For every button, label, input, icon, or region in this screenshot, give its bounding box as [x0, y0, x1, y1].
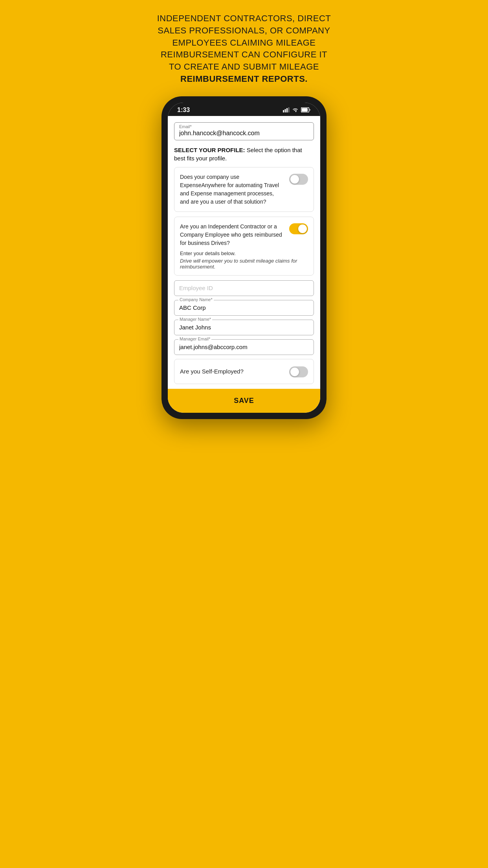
toggle-expense-anywhere-knob [290, 175, 299, 184]
svg-rect-5 [302, 108, 308, 112]
company-name-field: Company Name* [174, 300, 314, 316]
wifi-icon [292, 107, 299, 112]
manager-email-label: Manager Email* [178, 337, 211, 341]
self-employed-text: Are you Self-Employed? [180, 368, 244, 375]
toggle-contractor-italic: Drive will empower you to submit mileage… [180, 258, 308, 270]
status-icons [283, 107, 311, 112]
toggle-contractor-sub-text: Enter your details below. [180, 250, 236, 256]
employee-id-field [174, 280, 314, 296]
save-bar: SAVE [168, 389, 320, 413]
toggle-contractor-knob [298, 224, 307, 233]
manager-name-field: Manager Name* [174, 320, 314, 335]
toggle-contractor-switch[interactable] [289, 223, 308, 234]
profile-heading-bold: SELECT YOUR PROFILE: [174, 147, 245, 153]
company-name-label: Company Name* [178, 297, 214, 302]
profile-heading: SELECT YOUR PROFILE: Select the option t… [174, 146, 314, 162]
svg-rect-3 [288, 107, 290, 112]
toggle-contractor-text: Are you an Independent Contractor or a C… [180, 223, 284, 247]
manager-email-field: Manager Email* [174, 339, 314, 355]
self-employed-knob [290, 368, 299, 376]
phone-inner: 1:33 [168, 103, 320, 413]
toggle-card-independent-contractor: Are you an Independent Contractor or a C… [174, 217, 314, 276]
save-button[interactable]: SAVE [234, 397, 254, 405]
toggle-expense-anywhere-text: Does your company use ExpenseAnywhere fo… [180, 173, 284, 206]
manager-name-input[interactable] [179, 324, 309, 331]
manager-email-input[interactable] [179, 344, 309, 350]
signal-icon [283, 107, 290, 112]
notch [220, 103, 268, 114]
manager-name-label: Manager Name* [178, 317, 212, 322]
svg-rect-0 [283, 110, 284, 112]
company-name-input[interactable] [179, 304, 309, 311]
email-label: Email* [179, 124, 309, 129]
self-employed-card: Are you Self-Employed? [174, 359, 314, 384]
toggle-card-expense-anywhere: Does your company use ExpenseAnywhere fo… [174, 167, 314, 212]
email-input[interactable] [179, 130, 309, 137]
phone-frame: 1:33 [161, 96, 327, 419]
status-time: 1:33 [177, 107, 190, 114]
battery-icon [301, 107, 311, 112]
self-employed-switch[interactable] [289, 366, 308, 377]
employee-id-input[interactable] [179, 285, 309, 291]
phone-content: Email* SELECT YOUR PROFILE: Select the o… [168, 116, 320, 389]
svg-rect-1 [285, 109, 286, 113]
toggle-expense-anywhere-switch[interactable] [289, 174, 308, 185]
header-bold: REIMBURSEMENT REPORTS. [180, 74, 308, 84]
header-description: INDEPENDENT CONTRACTORS, DIRECT SALES PR… [157, 13, 331, 85]
svg-rect-2 [286, 108, 288, 112]
email-field-wrapper: Email* [174, 122, 314, 140]
status-bar: 1:33 [168, 103, 320, 116]
